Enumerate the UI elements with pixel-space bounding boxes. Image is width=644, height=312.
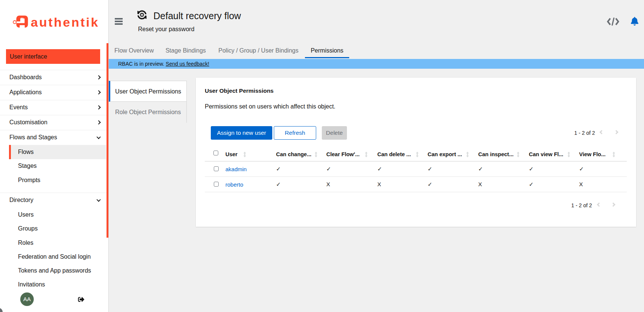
- svg-text:authentik: authentik: [31, 15, 99, 29]
